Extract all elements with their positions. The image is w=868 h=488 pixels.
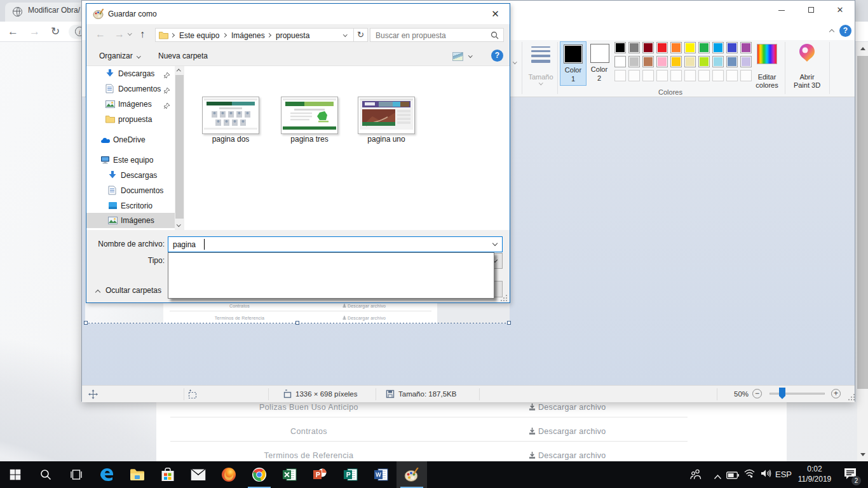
paint-help-icon[interactable]: ?	[839, 25, 851, 37]
resize-grip[interactable]	[848, 394, 856, 402]
edge-icon[interactable]	[92, 461, 122, 488]
palette-empty-slot[interactable]	[614, 70, 626, 81]
crumb-chevron-icon[interactable]	[170, 33, 175, 37]
palette-color[interactable]	[712, 56, 724, 67]
palette-color[interactable]	[614, 42, 626, 53]
clipped-dropdown-icon[interactable]	[513, 60, 517, 64]
palette-empty-slot[interactable]	[712, 70, 724, 81]
sidebar-item-descargas[interactable]: Descargas	[86, 66, 175, 81]
sidebar-item-escritorio[interactable]: Escritorio	[86, 198, 175, 214]
palette-color[interactable]	[628, 56, 640, 67]
start-button[interactable]	[0, 461, 31, 488]
crumb-chevron-icon[interactable]	[267, 33, 271, 37]
tray-volume-icon[interactable]	[761, 469, 771, 480]
zoom-slider-track[interactable]	[770, 393, 825, 395]
edit-colors-button[interactable]: Editar colores	[749, 41, 785, 86]
palette-empty-slot[interactable]	[698, 70, 710, 81]
palette-empty-slot[interactable]	[628, 70, 640, 81]
sidebar-scrollbar[interactable]	[175, 66, 184, 230]
nav-up-icon[interactable]: ↑	[140, 29, 145, 39]
page-scrollbar[interactable]	[857, 42, 868, 461]
nav-history-icon[interactable]	[128, 31, 132, 35]
breadcrumb-item[interactable]: Imágenes	[231, 31, 265, 40]
task-view-icon[interactable]	[61, 461, 92, 488]
collapse-ribbon-icon[interactable]	[829, 29, 834, 34]
scroll-up-icon[interactable]	[860, 47, 865, 50]
zoom-in-button[interactable]: +	[831, 389, 841, 398]
sidebar-item-propuesta[interactable]: propuesta	[86, 112, 175, 127]
palette-color[interactable]	[726, 56, 738, 67]
firefox-icon[interactable]	[214, 461, 244, 488]
tray-battery-icon[interactable]	[726, 470, 739, 482]
tray-people-icon[interactable]	[690, 469, 702, 482]
ocultar-carpetas-button[interactable]: Ocultar carpetas	[96, 286, 161, 295]
help-icon[interactable]: ?	[491, 50, 503, 62]
notification-icon[interactable]: 2	[844, 468, 857, 482]
sidebar-item-documentos[interactable]: Documentos	[86, 81, 175, 97]
organizar-button[interactable]: Organizar	[99, 51, 140, 60]
breadcrumb-item[interactable]: propuesta	[276, 31, 309, 40]
nav-forward-icon[interactable]: →	[114, 29, 125, 39]
close-button[interactable]: ✕	[825, 1, 855, 20]
tray-clock[interactable]: 0:02 11/9/2019	[790, 464, 839, 484]
search-input[interactable]: Buscar en propuesta	[370, 28, 504, 42]
zoom-slider-thumb[interactable]	[779, 388, 785, 396]
size-button[interactable]: Tamaño	[524, 41, 557, 86]
publisher-icon[interactable]	[336, 461, 366, 488]
tray-language[interactable]: ESP	[775, 470, 792, 479]
nav-back-icon[interactable]: ←	[95, 29, 105, 39]
nueva-carpeta-button[interactable]: Nueva carpeta	[158, 51, 208, 60]
palette-empty-slot[interactable]	[726, 70, 738, 81]
dialog-close-button[interactable]: ✕	[481, 4, 510, 24]
download-link[interactable]: Descargar archivo	[529, 427, 606, 436]
sidebar-item-imágenes[interactable]: Imágenes	[86, 213, 175, 228]
zoom-out-button[interactable]: −	[752, 389, 762, 398]
filename-dropdown-icon[interactable]	[492, 241, 498, 246]
reload-icon[interactable]: ↻	[51, 26, 60, 37]
file-explorer-icon[interactable]	[122, 461, 153, 488]
crumb-chevron-icon[interactable]	[222, 33, 227, 37]
palette-empty-slot[interactable]	[642, 70, 654, 81]
palette-color[interactable]	[698, 42, 710, 53]
scrollbar-thumb[interactable]	[857, 56, 868, 389]
powerpoint-icon[interactable]	[305, 461, 336, 488]
palette-color[interactable]	[698, 56, 710, 67]
palette-color[interactable]	[670, 56, 682, 67]
scroll-down-icon[interactable]	[177, 222, 180, 226]
views-icon[interactable]	[452, 52, 463, 61]
tray-chevron-up-icon[interactable]	[714, 471, 722, 482]
palette-color[interactable]	[614, 56, 626, 67]
dialog-titlebar[interactable]: Guardar como ✕	[86, 4, 510, 24]
color1-button[interactable]: Color 1	[560, 41, 587, 86]
views-dropdown-icon[interactable]	[468, 53, 472, 57]
selection-handle[interactable]	[295, 321, 299, 325]
color2-button[interactable]: Color 2	[588, 41, 612, 86]
palette-color[interactable]	[726, 42, 738, 53]
maximize-button[interactable]	[796, 1, 825, 20]
store-icon[interactable]	[153, 461, 183, 488]
palette-color[interactable]	[628, 42, 640, 53]
word-icon[interactable]	[366, 461, 397, 488]
sidebar-item-imágenes[interactable]: Imágenes	[86, 97, 175, 112]
taskbar-search-icon[interactable]	[31, 461, 61, 488]
selection-handle[interactable]	[507, 321, 511, 325]
paint-taskbar-icon[interactable]	[397, 461, 427, 488]
download-link[interactable]: Descargar archivo	[529, 403, 606, 412]
palette-color[interactable]	[684, 42, 696, 53]
sidebar-item-documentos[interactable]: Documentos	[86, 183, 175, 198]
scrollbar-thumb[interactable]	[175, 75, 184, 219]
address-dropdown-icon[interactable]	[343, 32, 347, 36]
palette-empty-slot[interactable]	[670, 70, 682, 81]
dialog-address-bar[interactable]: Este equipo Imágenes propuesta	[155, 28, 354, 42]
selection-handle[interactable]	[84, 321, 88, 325]
sidebar-item-descargas[interactable]: Descargas	[86, 168, 175, 183]
palette-color[interactable]	[642, 42, 654, 53]
chrome-icon[interactable]	[244, 461, 275, 488]
tray-wifi-icon[interactable]	[744, 469, 755, 480]
minimize-button[interactable]	[767, 1, 796, 20]
sidebar-item-este-equipo[interactable]: Este equipo	[86, 152, 175, 168]
palette-color[interactable]	[712, 42, 724, 53]
sidebar-item-onedrive[interactable]: OneDrive	[86, 132, 175, 147]
scroll-up-icon[interactable]	[177, 69, 180, 73]
filename-input[interactable]: pagina	[168, 236, 503, 252]
